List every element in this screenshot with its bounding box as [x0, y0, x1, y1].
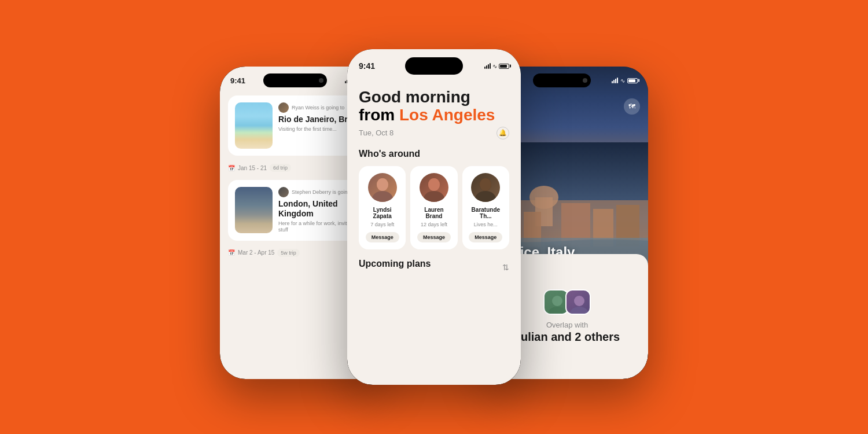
right-dynamic-island: [533, 73, 591, 87]
ryan-avatar: [278, 102, 289, 113]
upcoming-plans-title: Upcoming plans: [359, 259, 431, 269]
notification-bell-icon[interactable]: 🔔: [496, 127, 509, 139]
baratunde-avatar: [471, 173, 500, 202]
greeting-line2: from Los Angeles: [359, 106, 509, 124]
baratunde-name: Baratunde Th...: [468, 207, 503, 219]
right-status-icons: ∿: [612, 78, 638, 84]
lauren-message-btn[interactable]: Message: [417, 232, 451, 242]
svg-point-7: [475, 191, 496, 202]
whos-around-title: Who's around: [359, 149, 509, 159]
overlap-name: Julian and 2 others: [514, 330, 620, 344]
overlap-label: Overlap with: [546, 321, 588, 330]
calendar-icon-2: 📅: [228, 249, 235, 256]
trip-thumbnail-london: [235, 187, 273, 233]
right-wifi-icon: ∿: [620, 78, 625, 84]
trip-duration-rio: 6d trip: [270, 164, 291, 172]
phone-center: 9:41 ∿ Good morning from Los Angeles Tu: [347, 49, 521, 385]
whos-around-list: Lyndsi Zapata 7 days left Message: [359, 166, 509, 249]
svg-point-4: [424, 191, 444, 202]
center-wifi-icon: ∿: [492, 63, 497, 69]
center-dynamic-island: [405, 57, 463, 75]
svg-point-20: [548, 307, 567, 315]
phones-container: 9:41 📶: [174, 38, 694, 396]
left-dynamic-island: [263, 73, 327, 87]
svg-point-21: [574, 296, 584, 306]
center-battery-icon: [499, 64, 509, 69]
person-card-lyndsi[interactable]: Lyndsi Zapata 7 days left Message: [359, 166, 406, 249]
center-screen: 9:41 ∿ Good morning from Los Angeles Tu: [347, 49, 521, 385]
map-button[interactable]: 🗺: [624, 98, 640, 115]
person-card-baratunde[interactable]: Baratunde Th... Lives he... Message: [462, 166, 509, 249]
lyndsi-message-btn[interactable]: Message: [366, 232, 399, 242]
date-line: Tue, Oct 8 🔔: [359, 127, 509, 139]
calendar-icon: 📅: [228, 165, 235, 171]
left-time: 9:41: [230, 76, 245, 85]
lyndsi-name: Lyndsi Zapata: [365, 207, 400, 219]
lauren-avatar: [420, 173, 448, 202]
svg-point-1: [372, 191, 393, 202]
lyndsi-avatar: [368, 173, 397, 202]
right-signal-icon: [612, 78, 618, 83]
baratunde-message-btn[interactable]: Message: [469, 232, 502, 242]
sort-icon[interactable]: ⇅: [502, 263, 509, 272]
center-status-icons: ∿: [463, 63, 509, 69]
center-time: 9:41: [359, 61, 405, 71]
stephen-avatar: [278, 187, 289, 197]
stephen-name: Stephen Deberry is going to: [292, 189, 356, 195]
center-status-bar: 9:41 ∿: [347, 49, 521, 79]
overlap-avatars: [543, 289, 591, 315]
overlap-avatar-2: [565, 289, 591, 315]
svg-point-5: [428, 178, 440, 191]
trip-thumbnail-rio: [235, 102, 273, 149]
greeting-city: Los Angeles: [399, 106, 495, 124]
ryan-name: Ryan Weiss is going to: [292, 105, 344, 111]
greeting-line1: Good morning: [359, 89, 509, 106]
date-text: Tue, Oct 8: [359, 128, 393, 137]
right-battery-icon: [627, 78, 638, 83]
center-signal-icon: [484, 63, 491, 69]
svg-point-22: [570, 307, 589, 315]
trip-duration-london: 5w trip: [277, 249, 300, 257]
svg-point-19: [552, 296, 562, 306]
lauren-status: 12 days left: [421, 222, 447, 227]
greeting-from-prefix: from: [359, 106, 399, 124]
center-body: Good morning from Los Angeles Tue, Oct 8…: [347, 79, 521, 285]
svg-point-8: [480, 178, 491, 191]
svg-point-2: [377, 178, 388, 191]
person-card-lauren[interactable]: Lauren Brand 12 days left Message: [410, 166, 457, 249]
lyndsi-status: 7 days left: [370, 222, 394, 227]
upcoming-plans-header: Upcoming plans ⇅: [359, 259, 509, 276]
trip-date-range-london: Mar 2 - Apr 15: [238, 249, 274, 256]
lauren-name: Lauren Brand: [416, 207, 451, 219]
trip-date-range-rio: Jan 15 - 21: [238, 165, 267, 171]
baratunde-status: Lives he...: [474, 222, 498, 227]
